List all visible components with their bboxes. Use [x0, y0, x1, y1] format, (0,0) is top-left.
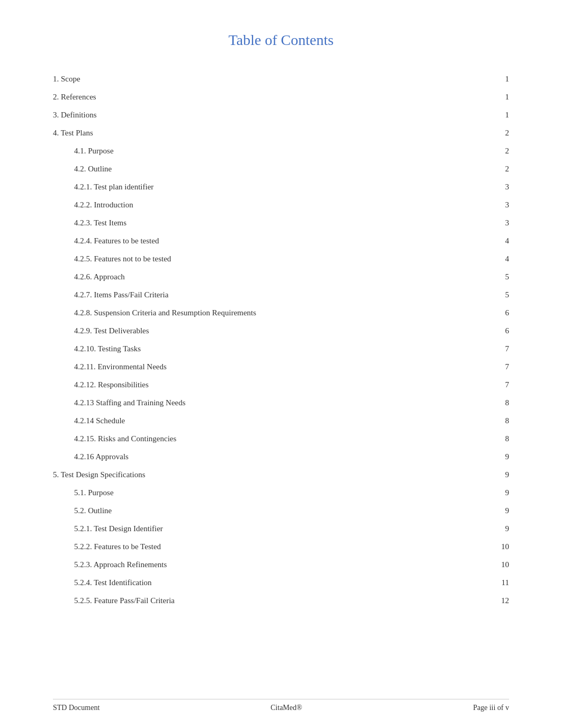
toc-row: 4.2.3. Test Items3 — [53, 214, 509, 232]
toc-entry-label: 4.2.11. Environmental Needs — [53, 358, 488, 376]
toc-entry-label: 4.2.16 Approvals — [53, 448, 488, 466]
footer-left: STD Document — [53, 704, 99, 712]
toc-row: 4.2.13 Staffing and Training Needs8 — [53, 394, 509, 412]
toc-row: 4.2.7. Items Pass/Fail Criteria5 — [53, 286, 509, 304]
toc-entry-page: 9 — [488, 466, 509, 484]
toc-row: 5.2.2. Features to be Tested10 — [53, 538, 509, 556]
toc-entry-page: 3 — [488, 214, 509, 232]
toc-row: 4.1. Purpose2 — [53, 142, 509, 160]
toc-entry-label: 3. Definitions — [53, 106, 488, 124]
toc-entry-label: 4.2.4. Features to be tested — [53, 232, 488, 250]
toc-entry-page: 8 — [488, 412, 509, 430]
toc-row: 4.2.11. Environmental Needs7 — [53, 358, 509, 376]
toc-row: 4.2.16 Approvals9 — [53, 448, 509, 466]
toc-row: 4.2.15. Risks and Contingencies8 — [53, 430, 509, 448]
page-title: Table of Contents — [53, 32, 509, 49]
toc-entry-label: 4.2.8. Suspension Criteria and Resumptio… — [53, 304, 488, 322]
toc-entry-page: 12 — [488, 592, 509, 609]
toc-entry-label: 5. Test Design Specifications — [53, 466, 488, 484]
toc-entry-page: 8 — [488, 430, 509, 448]
toc-row: 4.2.10. Testing Tasks7 — [53, 340, 509, 358]
toc-entry-label: 4.2.13 Staffing and Training Needs — [53, 394, 488, 412]
toc-entry-label: 4.2.2. Introduction — [53, 196, 488, 214]
toc-row: 5. Test Design Specifications9 — [53, 466, 509, 484]
toc-row: 5.2.5. Feature Pass/Fail Criteria12 — [53, 592, 509, 609]
toc-row: 4.2.6. Approach5 — [53, 268, 509, 286]
toc-row: 1. Scope1 — [53, 70, 509, 88]
toc-entry-page: 9 — [488, 484, 509, 502]
page-container: Table of Contents 1. Scope12. References… — [0, 0, 562, 652]
toc-entry-label: 5.2.3. Approach Refinements — [53, 556, 488, 574]
toc-row: 3. Definitions1 — [53, 106, 509, 124]
toc-row: 4. Test Plans2 — [53, 124, 509, 142]
toc-entry-page: 11 — [488, 574, 509, 592]
toc-entry-page: 7 — [488, 340, 509, 358]
toc-entry-label: 4.2.12. Responsibilities — [53, 376, 488, 394]
toc-row: 5.2. Outline9 — [53, 502, 509, 520]
toc-row: 4.2.8. Suspension Criteria and Resumptio… — [53, 304, 509, 322]
toc-row: 5.2.4. Test Identification11 — [53, 574, 509, 592]
toc-entry-label: 1. Scope — [53, 70, 488, 88]
toc-entry-page: 9 — [488, 502, 509, 520]
toc-entry-page: 6 — [488, 304, 509, 322]
footer-center: CitaMed® — [270, 704, 302, 712]
toc-entry-page: 9 — [488, 520, 509, 538]
toc-entry-page: 4 — [488, 232, 509, 250]
toc-row: 4.2.12. Responsibilities7 — [53, 376, 509, 394]
toc-entry-page: 2 — [488, 160, 509, 178]
toc-entry-label: 5.2.2. Features to be Tested — [53, 538, 488, 556]
toc-entry-label: 4. Test Plans — [53, 124, 488, 142]
toc-entry-page: 1 — [488, 106, 509, 124]
toc-row: 4.2.5. Features not to be tested4 — [53, 250, 509, 268]
toc-row: 4.2.9. Test Deliverables6 — [53, 322, 509, 340]
toc-entry-label: 4.2. Outline — [53, 160, 488, 178]
footer-right: Page iii of v — [473, 704, 509, 712]
toc-row: 5.2.3. Approach Refinements10 — [53, 556, 509, 574]
footer: STD Document CitaMed® Page iii of v — [53, 699, 509, 712]
toc-entry-label: 4.1. Purpose — [53, 142, 488, 160]
toc-entry-page: 2 — [488, 142, 509, 160]
toc-row: 5.2.1. Test Design Identifier9 — [53, 520, 509, 538]
toc-entry-page: 5 — [488, 268, 509, 286]
toc-entry-page: 4 — [488, 250, 509, 268]
toc-entry-label: 2. References — [53, 88, 488, 106]
toc-entry-label: 4.2.14 Schedule — [53, 412, 488, 430]
toc-entry-label: 4.2.15. Risks and Contingencies — [53, 430, 488, 448]
toc-entry-page: 3 — [488, 196, 509, 214]
toc-row: 4.2.1. Test plan identifier3 — [53, 178, 509, 196]
toc-entry-label: 4.2.3. Test Items — [53, 214, 488, 232]
toc-entry-page: 7 — [488, 358, 509, 376]
toc-entry-page: 10 — [488, 556, 509, 574]
toc-entry-page: 1 — [488, 88, 509, 106]
toc-entry-page: 7 — [488, 376, 509, 394]
toc-entry-page: 1 — [488, 70, 509, 88]
toc-row: 4.2.14 Schedule8 — [53, 412, 509, 430]
toc-entry-label: 4.2.6. Approach — [53, 268, 488, 286]
toc-entry-page: 6 — [488, 322, 509, 340]
toc-row: 4.2. Outline2 — [53, 160, 509, 178]
toc-entry-label: 4.2.9. Test Deliverables — [53, 322, 488, 340]
toc-entry-label: 4.2.1. Test plan identifier — [53, 178, 488, 196]
toc-entry-page: 10 — [488, 538, 509, 556]
toc-entry-label: 5.2.5. Feature Pass/Fail Criteria — [53, 592, 488, 609]
toc-entry-label: 5.2.4. Test Identification — [53, 574, 488, 592]
toc-entry-label: 5.1. Purpose — [53, 484, 488, 502]
toc-row: 2. References1 — [53, 88, 509, 106]
toc-row: 5.1. Purpose9 — [53, 484, 509, 502]
toc-row: 4.2.4. Features to be tested4 — [53, 232, 509, 250]
toc-entry-page: 5 — [488, 286, 509, 304]
toc-entry-label: 4.2.5. Features not to be tested — [53, 250, 488, 268]
toc-entry-label: 4.2.10. Testing Tasks — [53, 340, 488, 358]
toc-entry-page: 3 — [488, 178, 509, 196]
toc-entry-page: 2 — [488, 124, 509, 142]
toc-row: 4.2.2. Introduction3 — [53, 196, 509, 214]
toc-entry-page: 9 — [488, 448, 509, 466]
toc-entry-page: 8 — [488, 394, 509, 412]
toc-entry-label: 4.2.7. Items Pass/Fail Criteria — [53, 286, 488, 304]
toc-table: 1. Scope12. References13. Definitions14.… — [53, 70, 509, 609]
toc-entry-label: 5.2.1. Test Design Identifier — [53, 520, 488, 538]
toc-entry-label: 5.2. Outline — [53, 502, 488, 520]
